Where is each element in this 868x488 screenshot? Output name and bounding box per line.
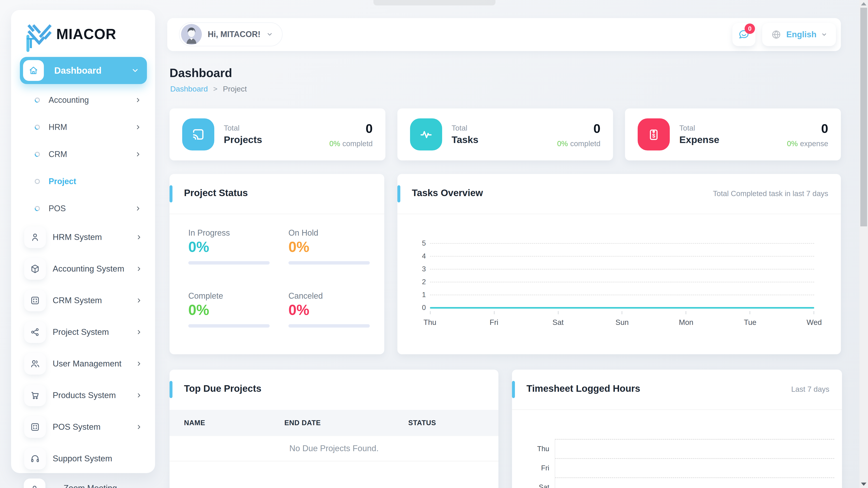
y-axis-tick: 1 xyxy=(415,291,426,299)
sidebar-subitem[interactable]: Project xyxy=(11,173,155,189)
sidebar-item-label: POS System xyxy=(53,422,101,432)
chart-row: Thu xyxy=(555,439,834,458)
app-logo[interactable]: MITACOR xyxy=(26,24,116,45)
sidebar-subitem[interactable]: HRM xyxy=(11,119,155,135)
gridline xyxy=(430,269,814,269)
language-selector[interactable]: English xyxy=(762,23,836,46)
page-title: Dashboard xyxy=(169,66,232,80)
sidebar-subitem[interactable]: CRM xyxy=(11,147,155,162)
scrollbar-up-arrow[interactable] xyxy=(861,2,866,5)
sidebar-item-label: HRM System xyxy=(53,232,102,242)
x-axis-label: Thu xyxy=(417,318,442,327)
sidebar-item[interactable]: Products System xyxy=(11,385,155,406)
stat-card: Total Tasks 0 0%completd xyxy=(397,108,613,160)
notifications-button[interactable]: 0 xyxy=(733,23,755,46)
breadcrumb-current: Project xyxy=(223,85,247,93)
cart-icon xyxy=(24,385,46,406)
chevron-down-icon xyxy=(266,31,273,38)
table-column-header: STATUS xyxy=(408,419,498,427)
sidebar-subitem-label: Accounting xyxy=(49,95,89,105)
stat-name: Tasks xyxy=(452,134,478,145)
spinner-icon xyxy=(34,205,40,212)
chart-row: Fri xyxy=(555,458,834,477)
sidebar-item-label: Support System xyxy=(53,454,112,463)
sidebar-item[interactable]: Support System xyxy=(11,448,155,469)
sidebar-subitem[interactable]: POS xyxy=(11,201,155,217)
chart-row: Sat xyxy=(555,477,834,488)
logo-text: MITACOR xyxy=(56,26,116,42)
card-title: Project Status xyxy=(184,188,248,198)
stat-label: Total xyxy=(452,124,478,132)
chevron-right-icon xyxy=(135,151,142,158)
stat-card: $ Total Expense 0 0%expense xyxy=(625,108,841,160)
notification-badge: 0 xyxy=(745,24,755,34)
top-due-projects-card: Top Due Projects NAMEEND DATESTATUS No D… xyxy=(169,369,498,488)
status-value: 0% xyxy=(288,238,370,255)
scrollbar-down-arrow[interactable] xyxy=(861,483,866,486)
chevron-right-icon xyxy=(135,265,143,272)
sidebar-item[interactable]: HRM System xyxy=(11,226,155,248)
chevron-right-icon xyxy=(135,329,143,335)
chevron-right-icon xyxy=(135,205,142,212)
svg-text:$: $ xyxy=(652,133,655,139)
status-block: Canceled 0% xyxy=(288,291,370,328)
tasks-overview-card: Tasks Overview Total Completed task in l… xyxy=(397,174,841,354)
status-block: On Hold 0% xyxy=(288,228,370,265)
chevron-right-icon xyxy=(135,297,143,304)
stat-cards: Total Projects 0 0%completd Total Tasks … xyxy=(169,108,841,160)
card-accent-bar xyxy=(169,381,173,398)
gridline xyxy=(430,307,814,308)
sidebar-item-label: Dashboard xyxy=(54,66,101,76)
scrollbar-thumb[interactable] xyxy=(860,8,867,226)
sidebar-item[interactable]: Project System xyxy=(11,321,155,343)
status-value: 0% xyxy=(188,238,288,255)
card-title: Top Due Projects xyxy=(184,383,261,394)
tag-icon: $ xyxy=(638,119,670,151)
chevron-right-icon xyxy=(135,124,142,131)
sidebar-item-dashboard[interactable]: Dashboard xyxy=(20,57,147,84)
scrollbar-track[interactable] xyxy=(860,0,868,488)
sidebar-subitem-label: POS xyxy=(49,204,66,213)
sidebar-item[interactable]: CRM System xyxy=(11,290,155,311)
sidebar-item-partial-icon[interactable] xyxy=(24,479,45,488)
sidebar-item[interactable]: Accounting System xyxy=(11,258,155,280)
sidebar-item[interactable]: POS System xyxy=(11,416,155,438)
spinner-icon xyxy=(34,151,40,158)
sidebar-item[interactable]: User Management xyxy=(11,353,155,375)
sidebar-subitem[interactable]: Accounting xyxy=(11,92,155,108)
breadcrumb-root[interactable]: Dashboard xyxy=(170,85,208,93)
status-label: On Hold xyxy=(288,228,370,238)
y-axis-tick: 0 xyxy=(415,304,426,312)
y-axis-tick: 5 xyxy=(415,239,426,248)
table-empty-message: No Due Projects Found. xyxy=(169,436,498,461)
status-block: In Progress 0% xyxy=(188,228,288,265)
share-icon xyxy=(24,321,46,343)
x-axis-label: Fri xyxy=(482,318,506,327)
language-label: English xyxy=(786,30,816,39)
sidebar: MITACOR Dashboard Accounting HRM CRM xyxy=(11,10,155,473)
table-column-header: END DATE xyxy=(284,419,408,427)
status-label: Canceled xyxy=(288,291,370,301)
stat-name: Projects xyxy=(224,134,262,145)
gridline xyxy=(430,282,814,283)
chevron-right-icon xyxy=(135,360,143,367)
sidebar-item-partial-label[interactable]: Zoom Meeting xyxy=(64,484,117,488)
card-accent-bar xyxy=(169,185,173,202)
person-icon xyxy=(24,226,46,248)
stat-note: 0%completd xyxy=(329,139,373,148)
status-label: In Progress xyxy=(188,228,288,238)
x-axis-label: Sun xyxy=(610,318,634,327)
stat-value: 0 xyxy=(787,121,828,136)
sidebar-subitem-label: Project xyxy=(49,177,76,186)
gridline xyxy=(430,243,814,244)
progress-bar xyxy=(188,324,270,328)
user-menu[interactable]: Hi, MITACOR! xyxy=(179,22,283,46)
y-axis-tick: 2 xyxy=(415,278,426,286)
card-subtitle: Total Completed task in last 7 days xyxy=(713,189,828,198)
sidebar-item-label: User Management xyxy=(53,359,121,368)
table-column-header: NAME xyxy=(184,419,284,427)
y-axis-label: Sat xyxy=(539,483,549,488)
status-value: 0% xyxy=(288,302,370,318)
card-accent-bar xyxy=(397,185,400,202)
chevron-right-icon xyxy=(135,234,143,240)
